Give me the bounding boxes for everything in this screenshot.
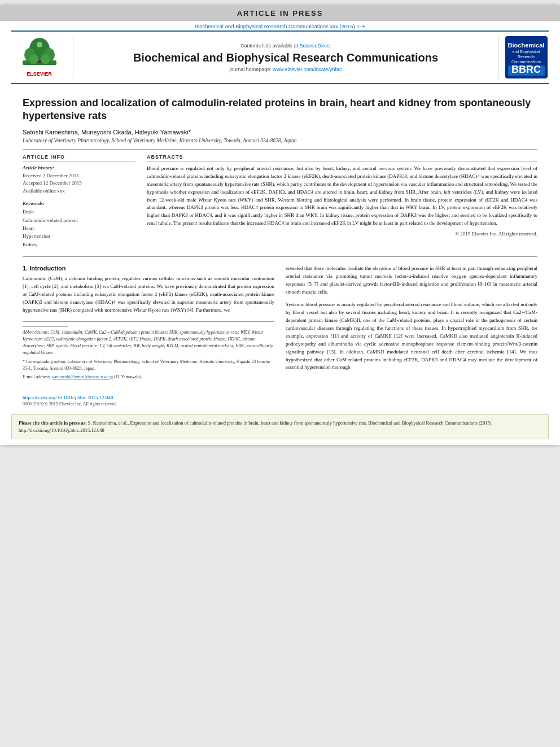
footnotes-section: Abbreviations: CaM, calmodulin; CaMK, Ca… bbox=[23, 321, 274, 381]
elsevier-logo-block: ELSEVIER bbox=[11, 36, 73, 78]
svg-point-5 bbox=[29, 54, 38, 64]
abbreviations-note: Abbreviations: CaM, calmodulin; CaMK, Ca… bbox=[23, 329, 274, 356]
article-history-section: Article history: Received 2 December 201… bbox=[23, 165, 135, 195]
right-body-paragraph1: revealed that these molecules mediate th… bbox=[286, 265, 537, 296]
accepted-date: Accepted 12 December 2015 bbox=[23, 180, 135, 187]
abstract-text: Blood pressure is regulated not only by … bbox=[147, 165, 537, 228]
citation-text: S. Kameshima, et al., Expression and loc… bbox=[19, 420, 493, 433]
keywords-section: Keywords: Brain Calmodulin-related prote… bbox=[23, 200, 135, 248]
authors-line: Satoshi Kameshima, Muneyoshi Okada, Hide… bbox=[23, 129, 537, 136]
keyword-calmodulin: Calmodulin-related protein bbox=[23, 216, 135, 224]
svg-point-6 bbox=[41, 54, 50, 64]
keyword-hypertension: Hypertension bbox=[23, 232, 135, 240]
keywords-label: Keywords: bbox=[23, 200, 135, 206]
footnote-divider bbox=[23, 326, 68, 327]
abstract-copyright: © 2015 Elsevier Inc. All rights reserved… bbox=[147, 231, 537, 237]
svg-text:Research: Research bbox=[518, 55, 535, 59]
svg-text:Communications: Communications bbox=[511, 60, 541, 64]
svg-text:and Biophysical: and Biophysical bbox=[512, 50, 540, 54]
journal-title: Biochemical and Biophysical Research Com… bbox=[133, 51, 438, 64]
article-title: Expression and localization of calmoduli… bbox=[23, 97, 537, 123]
email-note: E-mail address: yamawaki@vmas.kitasato-u… bbox=[23, 374, 274, 381]
body-columns: 1. Introduction Calmodulin (CaM), a calc… bbox=[23, 265, 537, 381]
citation-prefix-label: Please cite this article in press as: bbox=[19, 420, 88, 426]
abstract-header: ABSTRACTS bbox=[147, 154, 537, 161]
body-left-col: 1. Introduction Calmodulin (CaM), a calc… bbox=[23, 265, 274, 381]
contents-available-line: Contents lists available at ScienceDirec… bbox=[240, 43, 331, 49]
keyword-brain: Brain bbox=[23, 208, 135, 216]
introduction-paragraph: Calmodulin (CaM), a calcium binding prot… bbox=[23, 275, 274, 314]
divider-2 bbox=[23, 256, 537, 257]
divider-1 bbox=[23, 149, 537, 150]
available-online: Available online xxx bbox=[23, 187, 135, 195]
journal-center: Contents lists available at ScienceDirec… bbox=[73, 36, 498, 78]
keyword-kidney: Kidney bbox=[23, 241, 135, 248]
svg-point-7 bbox=[37, 42, 42, 47]
journal-header: ELSEVIER Contents lists available at Sci… bbox=[11, 30, 549, 84]
doi-section: http://dx.doi.org/10.1016/j.bbrc.2015.12… bbox=[0, 392, 560, 409]
article-info-header: ARTICLE INFO bbox=[23, 154, 135, 161]
sciencedirect-link[interactable]: ScienceDirect bbox=[300, 43, 331, 49]
journal-homepage-link[interactable]: www.elsevier.com/locate/ybbrc bbox=[273, 67, 342, 72]
article-in-press-banner: ARTICLE IN PRESS bbox=[0, 6, 560, 21]
right-body-paragraph2: Systemic blood pressure is mainly regula… bbox=[286, 301, 537, 372]
info-abstract-columns: ARTICLE INFO Article history: Received 2… bbox=[23, 154, 537, 248]
abstract-column: ABSTRACTS Blood pressure is regulated no… bbox=[147, 154, 537, 248]
body-section: 1. Introduction Calmodulin (CaM), a calc… bbox=[23, 265, 537, 381]
bbrc-logo-icon: Biochemical and Biophysical Research Com… bbox=[505, 36, 548, 78]
received-date: Received 2 December 2015 bbox=[23, 172, 135, 180]
corresponding-author-note: * Corresponding author. Laboratory of Ve… bbox=[23, 359, 274, 372]
journal-homepage-line: journal homepage: www.elsevier.com/locat… bbox=[229, 67, 342, 72]
doi-rights: 0006-291X/© 2015 Elsevier Inc. All right… bbox=[23, 401, 537, 407]
bbrc-logo-block: Biochemical and Biophysical Research Com… bbox=[498, 36, 549, 78]
introduction-title: 1. Introduction bbox=[23, 265, 274, 272]
svg-text:Biochemical: Biochemical bbox=[508, 42, 545, 49]
elsevier-tree-icon bbox=[20, 38, 59, 69]
doi-link[interactable]: http://dx.doi.org/10.1016/j.bbrc.2015.12… bbox=[23, 395, 113, 400]
journal-citation-top: Biochemical and Biophysical Research Com… bbox=[0, 21, 560, 30]
keyword-heart: Heart bbox=[23, 224, 135, 232]
body-right-col: revealed that these molecules mediate th… bbox=[286, 265, 537, 381]
article-info-column: ARTICLE INFO Article history: Received 2… bbox=[23, 154, 135, 248]
affiliation: Laboratory of Veterinary Pharmacology, S… bbox=[23, 138, 537, 143]
history-label: Article history: bbox=[23, 165, 135, 171]
author-email-link[interactable]: yamawaki@vmas.kitasato-u.ac.jp bbox=[52, 374, 113, 379]
article-content: Expression and localization of calmoduli… bbox=[0, 84, 560, 386]
elsevier-label: ELSEVIER bbox=[27, 71, 52, 77]
citation-box: Please cite this article in press as: S.… bbox=[11, 414, 549, 439]
svg-text:BBRC: BBRC bbox=[511, 64, 541, 75]
